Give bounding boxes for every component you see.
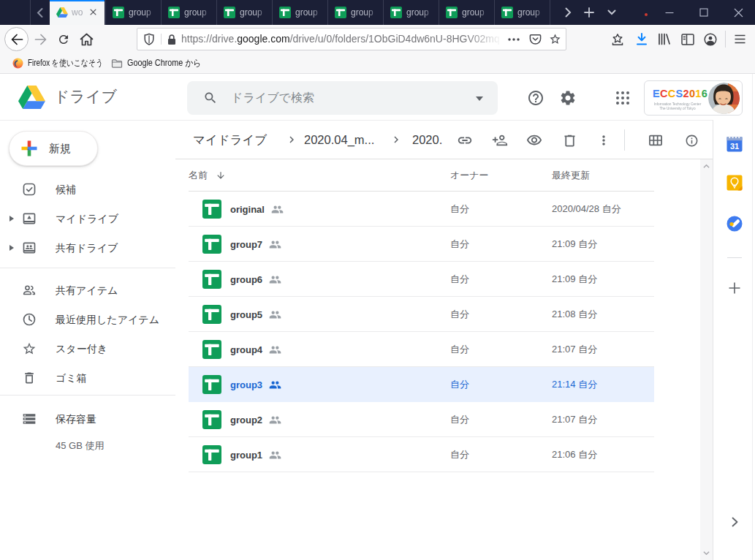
expand-arrow-icon[interactable] — [10, 245, 14, 251]
sidebar-item-shared-drives[interactable]: 共有ドライブ — [0, 233, 175, 262]
sidebar-item-recent[interactable]: 最近使用したアイテム — [0, 305, 175, 334]
sidebars-button[interactable] — [678, 30, 697, 48]
sidebar-item-my-drive[interactable]: マイドライブ — [0, 204, 175, 233]
url-bar[interactable]: https://drive.google.com/drive/u/0/folde… — [137, 28, 566, 50]
search-box[interactable]: ドライブで検索 — [187, 81, 498, 115]
tab-close-icon[interactable] — [89, 8, 97, 16]
scroll-down-icon[interactable] — [703, 550, 710, 556]
help-button[interactable] — [527, 89, 545, 107]
sidebar-item-trash[interactable]: ゴミ箱 — [0, 363, 175, 393]
breadcrumb-my-drive[interactable]: マイドライブ — [193, 121, 267, 159]
new-button[interactable]: 新規 — [9, 131, 98, 166]
logo-letter: E — [653, 88, 660, 99]
more-actions-button[interactable] — [595, 132, 612, 149]
column-name[interactable]: 名前 — [189, 159, 208, 192]
preview-button[interactable] — [526, 132, 543, 149]
tab-title: group — [517, 0, 547, 25]
breadcrumb-current-folder[interactable]: 2020. — [412, 121, 442, 159]
column-owner[interactable]: オーナー — [450, 159, 489, 192]
tab-group[interactable]: group — [327, 0, 383, 25]
tab-group[interactable]: group — [383, 0, 439, 25]
url-text[interactable]: https://drive.google.com/drive/u/0/folde… — [181, 29, 505, 50]
tab-group[interactable]: group — [161, 0, 216, 25]
info-button[interactable] — [683, 132, 700, 149]
grid-view-button[interactable] — [647, 132, 664, 149]
breadcrumb-chevron-icon — [390, 133, 403, 146]
trash-icon — [22, 371, 37, 385]
settings-button[interactable] — [559, 89, 577, 107]
file-row-selected[interactable]: group3 自分 21:14 自分 — [189, 367, 654, 402]
lock-icon[interactable] — [167, 29, 177, 50]
tab-scroll-left-button[interactable] — [31, 0, 48, 25]
tab-separator — [550, 0, 550, 25]
expand-arrow-icon[interactable] — [10, 216, 14, 222]
downloads-button[interactable] — [632, 30, 650, 48]
sidebar-item-shared-with-me[interactable]: 共有アイテム — [0, 276, 175, 305]
window-close-button[interactable] — [726, 0, 751, 25]
hide-side-panel-button[interactable] — [729, 517, 740, 527]
share-button[interactable] — [491, 132, 509, 149]
calendar-app-button[interactable]: 31 — [726, 135, 743, 153]
search-icon[interactable] — [203, 91, 218, 105]
file-row[interactable]: group1 自分 21:06 自分 — [189, 437, 654, 472]
tab-group[interactable]: group — [272, 0, 327, 25]
file-row[interactable]: original 自分 2020/04/28 自分 — [189, 192, 654, 227]
file-row[interactable]: group6 自分 21:09 自分 — [189, 262, 654, 297]
scroll-up-icon[interactable] — [703, 163, 710, 170]
get-link-button[interactable] — [456, 132, 474, 149]
page-actions-button[interactable] — [508, 29, 520, 50]
window-minimize-button[interactable] — [657, 0, 682, 25]
list-all-tabs-button[interactable] — [602, 0, 622, 25]
more-vert-icon — [596, 133, 611, 148]
sidebar-item-starred[interactable]: スター付き — [0, 334, 175, 363]
remove-button[interactable] — [561, 132, 578, 149]
file-row[interactable]: group7 自分 21:09 自分 — [189, 227, 654, 262]
google-sheets-icon — [202, 410, 221, 429]
window-maximize-button[interactable] — [691, 0, 716, 25]
get-addons-button[interactable] — [727, 281, 742, 295]
save-to-pocket-button[interactable] — [529, 29, 542, 50]
home-button[interactable] — [78, 31, 94, 48]
account-button[interactable] — [701, 30, 719, 48]
search-options-caret-icon[interactable] — [476, 97, 483, 101]
tab-group[interactable]: group — [105, 0, 161, 25]
bookmark-star-button[interactable] — [549, 29, 561, 50]
google-sheets-favicon — [390, 7, 402, 18]
apps-grid-icon — [616, 91, 629, 105]
file-modified: 21:07 自分 — [552, 332, 597, 367]
file-row[interactable]: group4 自分 21:07 自分 — [189, 332, 654, 367]
forward-button[interactable] — [33, 31, 49, 48]
column-modified[interactable]: 最終更新 — [552, 159, 590, 192]
google-sheets-icon — [202, 340, 221, 359]
reload-button[interactable] — [56, 31, 72, 48]
back-button[interactable] — [4, 27, 29, 51]
tasks-app-button[interactable] — [726, 215, 743, 232]
list-scrollbar[interactable] — [700, 159, 713, 560]
tab-active-drive[interactable]: wo — [50, 0, 105, 25]
google-apps-button[interactable] — [614, 89, 631, 107]
tracking-protection-shield-icon[interactable] — [143, 29, 155, 50]
avatar[interactable] — [708, 83, 740, 114]
tab-group[interactable]: group — [439, 0, 494, 25]
menu-button[interactable] — [731, 30, 749, 48]
sidebar-item-suggestions[interactable]: 候補 — [0, 175, 175, 204]
sort-descending-icon[interactable] — [216, 170, 226, 181]
bookmark-item-firefox[interactable]: Firefox を使いこなそう — [12, 53, 120, 73]
google-drive-logo[interactable] — [18, 86, 45, 109]
google-sheets-favicon — [446, 7, 458, 18]
tab-group[interactable]: group — [494, 0, 550, 25]
new-tab-button[interactable] — [579, 0, 599, 25]
sidebar-item-storage[interactable]: 保存容量 — [0, 404, 175, 434]
account-badge[interactable]: ECCS2016 Information Technology CenterTh… — [644, 80, 743, 116]
bookmark-folder-chrome[interactable]: Google Chrome から — [111, 53, 210, 73]
google-drive-favicon — [56, 7, 68, 18]
breadcrumb-folder[interactable]: 2020.04_m... — [304, 121, 374, 159]
library-button[interactable] — [655, 30, 673, 48]
keep-app-button[interactable] — [726, 174, 743, 192]
file-row[interactable]: group5 自分 21:08 自分 — [189, 297, 654, 332]
bookmarks-menu-button[interactable] — [608, 30, 626, 48]
tab-group[interactable]: group — [216, 0, 272, 25]
tab-scroll-right-button[interactable] — [558, 0, 578, 25]
file-row[interactable]: group2 自分 21:07 自分 — [189, 402, 654, 437]
google-sheets-icon — [202, 305, 221, 324]
